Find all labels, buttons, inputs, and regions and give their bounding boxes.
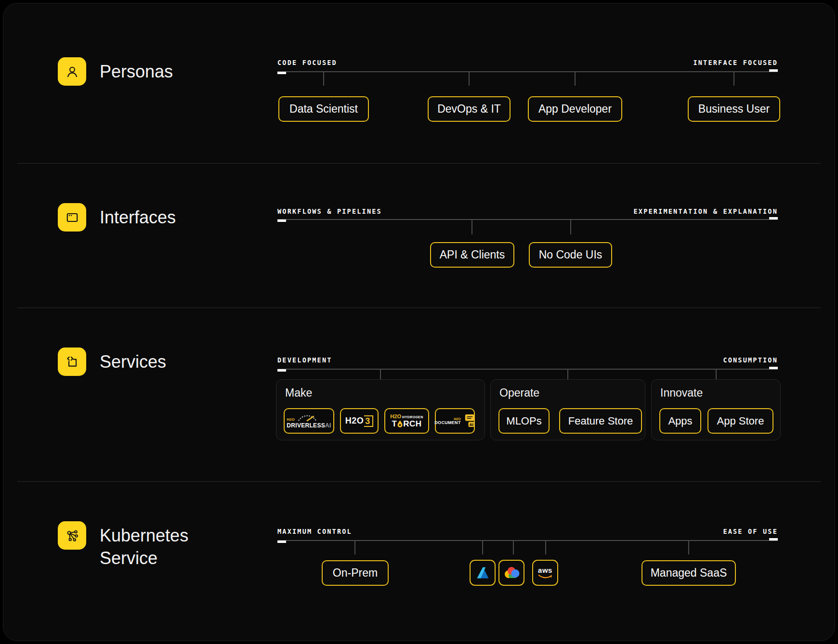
- panel-title-innovate: Innovate: [660, 386, 703, 399]
- tick-mark: [567, 370, 568, 379]
- panel-make: Make H2O DRIVERLESSAI H2O 3: [276, 379, 485, 440]
- tick-mark: [570, 220, 571, 234]
- aws-logo-text: aws: [538, 567, 552, 574]
- panel-operate: Operate MLOPs Feature Store: [490, 379, 645, 440]
- spectrum-right-cap: [769, 538, 778, 541]
- spectrum-right-cap: [769, 69, 778, 72]
- interface-button-api-clients[interactable]: API & Clients: [430, 242, 514, 268]
- torch-t-text: T: [392, 420, 397, 428]
- driverless-name-text: DRIVERLESS: [287, 422, 325, 429]
- h2o-document-ai-logo[interactable]: H2O DOCUMENT AI: [435, 408, 475, 434]
- torch-hydrogen-text: HYDROGEN: [402, 415, 423, 419]
- kubernetes-icon-tile: [58, 521, 86, 550]
- h2o3-number-text: 3: [364, 415, 373, 427]
- tick-mark: [545, 541, 546, 554]
- row-divider: [17, 163, 821, 164]
- spectrum-right-cap: [769, 367, 778, 369]
- kubernetes-title-line2: Service: [100, 547, 188, 569]
- row-divider: [17, 308, 821, 308]
- torch-flame-icon: [397, 420, 403, 427]
- tick-mark: [716, 370, 717, 379]
- scale-label-code-focused: CODE FOCUSED: [277, 59, 337, 66]
- row-title-kubernetes-service: Kubernetes Service: [100, 524, 188, 569]
- document-ai-badge-text: AI: [469, 423, 473, 427]
- row-title-interfaces: Interfaces: [100, 203, 176, 232]
- cloud-tile-aws[interactable]: aws: [532, 560, 558, 586]
- persona-button-devops-it[interactable]: DevOps & IT: [428, 96, 511, 122]
- scale-label-interface-focused: INTERFACE FOCUSED: [693, 59, 778, 66]
- document-ai-logo-art: H2O DOCUMENT AI: [434, 414, 475, 428]
- persona-button-data-scientist[interactable]: Data Scientist: [278, 96, 369, 122]
- kubernetes-spectrum-line: [277, 540, 778, 541]
- cloud-tile-azure[interactable]: [470, 560, 496, 586]
- row-title-services: Services: [100, 348, 166, 376]
- scale-label-workflows-pipelines: WORKFLOWS & PIPELINES: [277, 207, 382, 215]
- scale-label-ease-of-use: EASE OF USE: [723, 528, 778, 535]
- services-icon-tile: [58, 348, 86, 376]
- tick-mark: [575, 72, 576, 86]
- tick-mark: [471, 220, 472, 234]
- tick-mark: [354, 541, 355, 554]
- scale-label-experimentation-explanation: EXPERIMENTATION & EXPLANATION: [633, 207, 778, 215]
- tick-mark: [380, 370, 381, 379]
- tick-mark: [513, 541, 514, 554]
- service-button-mlops[interactable]: MLOPs: [498, 408, 550, 434]
- google-cloud-logo: [502, 566, 521, 580]
- h2o-3-logo[interactable]: H2O 3: [340, 408, 379, 434]
- driverless-brand-text: H2O: [287, 418, 294, 422]
- person-icon: [65, 64, 79, 79]
- tick-mark: [688, 541, 689, 554]
- azure-logo: [475, 565, 490, 580]
- spectrum-right-cap: [769, 217, 778, 219]
- h2o-hydrogen-torch-logo[interactable]: H2O HYDROGEN T RCH: [384, 408, 429, 434]
- torch-brand-text: H2O: [390, 414, 401, 419]
- interfaces-icon-tile: [58, 203, 86, 232]
- driverless-ai-logo-art: H2O DRIVERLESSAI: [287, 414, 331, 428]
- tick-mark: [469, 72, 470, 86]
- tick-mark: [733, 72, 734, 86]
- personas-spectrum-line: [277, 71, 778, 72]
- row-title-personas: Personas: [100, 57, 173, 86]
- service-button-feature-store[interactable]: Feature Store: [559, 408, 642, 434]
- spectrum-left-cap: [277, 541, 286, 543]
- document-name-text: DOCUMENT: [434, 421, 460, 425]
- browser-window-icon: [65, 210, 79, 225]
- kubernetes-title-line1: Kubernetes: [100, 524, 188, 547]
- interfaces-spectrum-line: [277, 219, 778, 220]
- hydrogen-torch-logo-art: H2O HYDROGEN T RCH: [390, 414, 423, 428]
- h2o-driverless-ai-logo[interactable]: H2O DRIVERLESSAI: [284, 408, 334, 434]
- spectrum-left-cap: [277, 219, 286, 222]
- service-button-apps[interactable]: Apps: [659, 408, 701, 434]
- interface-button-no-code-uis[interactable]: No Code UIs: [529, 242, 612, 268]
- panel-title-make: Make: [285, 386, 312, 399]
- h2o-3-logo-art: H2O 3: [345, 415, 374, 427]
- tick-mark: [323, 72, 324, 86]
- kubernetes-button-on-prem[interactable]: On-Prem: [322, 560, 389, 586]
- driverless-suffix-text: AI: [325, 422, 331, 429]
- kubernetes-button-managed-saas[interactable]: Managed SaaS: [642, 560, 736, 586]
- torch-rch-text: RCH: [403, 420, 421, 428]
- network-nodes-icon: [65, 528, 79, 543]
- scale-label-maximum-control: MAXIMUM CONTROL: [277, 528, 352, 535]
- aws-logo: [538, 574, 552, 579]
- services-spectrum-line: [277, 369, 778, 370]
- persona-button-business-user[interactable]: Business User: [688, 96, 780, 122]
- row-divider: [17, 481, 821, 482]
- panel-innovate: Innovate Apps App Store: [651, 379, 781, 440]
- diagram-canvas: Personas CODE FOCUSED INTERFACE FOCUSED …: [0, 0, 838, 644]
- scale-label-development: DEVELOPMENT: [277, 356, 332, 364]
- cloud-tile-google-cloud[interactable]: [498, 560, 524, 586]
- tick-mark: [482, 541, 483, 554]
- spectrum-left-cap: [277, 369, 286, 372]
- document-icon: AI: [463, 414, 475, 428]
- code-box-icon: [65, 355, 79, 369]
- panel-title-operate: Operate: [499, 386, 539, 399]
- scale-label-consumption: CONSUMPTION: [723, 356, 778, 364]
- spectrum-left-cap: [277, 72, 286, 74]
- personas-icon-tile: [58, 57, 86, 86]
- service-button-app-store[interactable]: App Store: [707, 408, 773, 434]
- persona-button-app-developer[interactable]: App Developer: [528, 96, 622, 122]
- h2o3-brand-text: H2O: [345, 416, 364, 426]
- speedometer-icon: [296, 414, 318, 422]
